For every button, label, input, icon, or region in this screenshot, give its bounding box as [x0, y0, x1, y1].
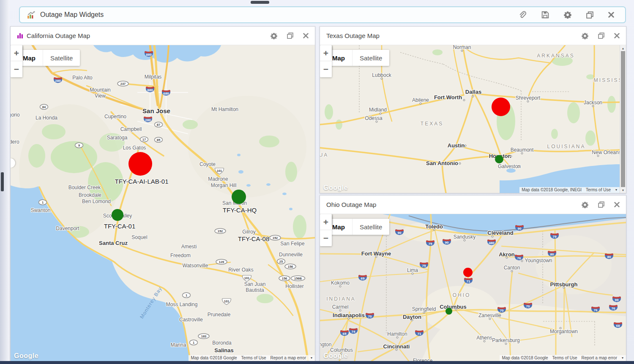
zoom-in-button[interactable]: + — [320, 214, 332, 230]
widget-restore-icon[interactable] — [287, 33, 293, 39]
window-drag-handle[interactable] — [251, 1, 269, 4]
city-dot — [563, 287, 565, 289]
city-dot — [521, 152, 523, 155]
zoom-out-button[interactable]: − — [320, 61, 332, 77]
zoom-in-button[interactable]: + — [11, 45, 22, 61]
svg-text:70: 70 — [526, 304, 530, 308]
california-map-canvas[interactable]: Palo AltoMilpitasMountain ViewSan JoseMt… — [11, 45, 315, 361]
city-dot — [339, 310, 342, 312]
outage-marker-red[interactable] — [492, 98, 510, 116]
highway-shield: 1 — [182, 292, 191, 299]
map-place-label: San Gregorio — [11, 112, 20, 118]
map-place-label: Campbell — [120, 126, 142, 132]
ohio-map-canvas[interactable]: ToledoSanduskyClevelandFort WayneAkronYo… — [320, 214, 626, 361]
save-icon[interactable] — [541, 11, 549, 19]
widget-settings-icon[interactable] — [582, 201, 588, 208]
satellite-button[interactable]: Satellite — [352, 50, 389, 66]
city-dot — [459, 163, 461, 165]
google-logo[interactable]: Google — [14, 352, 38, 360]
outage-marker-green[interactable] — [112, 209, 123, 221]
restore-icon[interactable] — [586, 11, 593, 19]
map-place-label: Brookdale — [79, 192, 101, 198]
map-place-label: San Antonio — [426, 160, 458, 166]
scroll-thumb[interactable] — [621, 51, 625, 187]
highway-shield: 70 — [365, 312, 375, 319]
widget-settings-icon[interactable] — [271, 33, 277, 39]
scroll-down-icon[interactable]: ▼ — [620, 187, 626, 193]
texas-map-canvas[interactable]: NormanARKANSASMISSISSIPPINEW MEXICOUALub… — [320, 45, 620, 193]
svg-text:101: 101 — [244, 276, 250, 280]
map-place-label: INDIANA — [326, 296, 356, 302]
map-type-control: Map Satellite — [325, 50, 389, 66]
map-attribution: Map data ©2018 Google Terms of Use Repor… — [189, 355, 315, 361]
satellite-button[interactable]: Satellite — [43, 50, 80, 66]
highway-shield: 71 — [414, 329, 425, 337]
paperclip-icon[interactable] — [519, 11, 527, 19]
city-dot — [489, 318, 491, 320]
svg-text:76: 76 — [517, 256, 521, 260]
report-map-error-link[interactable]: Report a map error — [579, 355, 619, 361]
outage-marker-green[interactable] — [445, 308, 452, 315]
city-dot — [511, 270, 513, 272]
attribution-collapse-icon[interactable]: ▾ — [613, 187, 620, 193]
highway-shield: 70 — [523, 302, 533, 309]
highway-shield: 17 — [139, 136, 149, 143]
scroll-up-icon[interactable]: ▲ — [620, 45, 626, 51]
map-place-label: San Juan Bautista — [241, 282, 269, 293]
outage-marker-red[interactable] — [463, 268, 473, 277]
map-place-label: Swanton — [31, 207, 51, 213]
report-map-error-link[interactable]: Report a map error — [268, 355, 308, 361]
outage-marker-label: TFY-CA-08 — [238, 235, 269, 242]
svg-text:70: 70 — [368, 315, 372, 318]
map-place-label: Palo Alto — [72, 75, 92, 81]
highway-shield: 880 — [144, 50, 154, 57]
svg-text:70: 70 — [500, 309, 504, 312]
outage-marker-green[interactable] — [495, 155, 503, 163]
widget-restore-icon[interactable] — [598, 201, 604, 208]
terms-of-use-link[interactable]: Terms of Use — [239, 355, 268, 361]
outage-marker-green[interactable] — [232, 190, 246, 204]
satellite-button[interactable]: Satellite — [352, 219, 389, 235]
zoom-out-button[interactable]: − — [11, 61, 22, 77]
terms-of-use-link[interactable]: Terms of Use — [550, 355, 579, 361]
svg-text:71: 71 — [467, 280, 470, 283]
attribution-collapse-icon[interactable]: ▾ — [619, 355, 626, 361]
svg-text:90: 90 — [398, 231, 402, 235]
zoom-out-button[interactable]: − — [320, 230, 332, 246]
city-dot — [464, 239, 466, 242]
city-dot — [339, 285, 342, 288]
attribution-collapse-icon[interactable]: ▾ — [308, 355, 315, 361]
terms-of-use-link[interactable]: Terms of Use — [584, 187, 613, 193]
widget-header: Ohio Outage Map — [320, 196, 626, 214]
zoom-in-button[interactable]: + — [320, 45, 332, 61]
widget-close-icon[interactable] — [303, 33, 309, 38]
widget-restore-icon[interactable] — [598, 33, 604, 39]
city-dot — [484, 340, 486, 342]
city-dot — [472, 95, 474, 98]
widget-close-icon[interactable] — [614, 202, 620, 207]
close-icon[interactable] — [608, 12, 614, 18]
gear-icon[interactable] — [564, 11, 571, 19]
svg-text:156B: 156B — [294, 277, 302, 280]
outage-marker-red[interactable] — [128, 152, 152, 176]
widget-scrollbar[interactable]: ▲ ▼ — [620, 45, 626, 193]
highway-shield: 76 — [590, 306, 601, 313]
map-place-label: River Oaks — [228, 267, 253, 273]
map-place-label: TEXAS — [421, 121, 443, 127]
side-panel-handle[interactable] — [1, 172, 4, 191]
map-place-label: Salinas — [214, 347, 234, 353]
city-dot — [412, 273, 414, 275]
svg-text:880: 880 — [147, 88, 153, 92]
highway-shield: 99 — [612, 296, 622, 303]
map-place-label: Youngstown — [525, 258, 552, 263]
widget-close-icon[interactable] — [614, 33, 620, 38]
ohio-outage-widget: Ohio Outage Map — [320, 195, 626, 361]
outage-marker-label: TFY-CA-HQ — [223, 206, 257, 214]
svg-text:101: 101 — [217, 169, 222, 173]
google-logo[interactable]: Google — [323, 184, 348, 192]
map-place-label: Ben Lomond — [82, 198, 111, 204]
svg-text:9: 9 — [78, 144, 80, 147]
google-logo[interactable]: Google — [323, 352, 348, 360]
widget-settings-icon[interactable] — [582, 33, 588, 39]
svg-text:183: 183 — [201, 334, 207, 338]
